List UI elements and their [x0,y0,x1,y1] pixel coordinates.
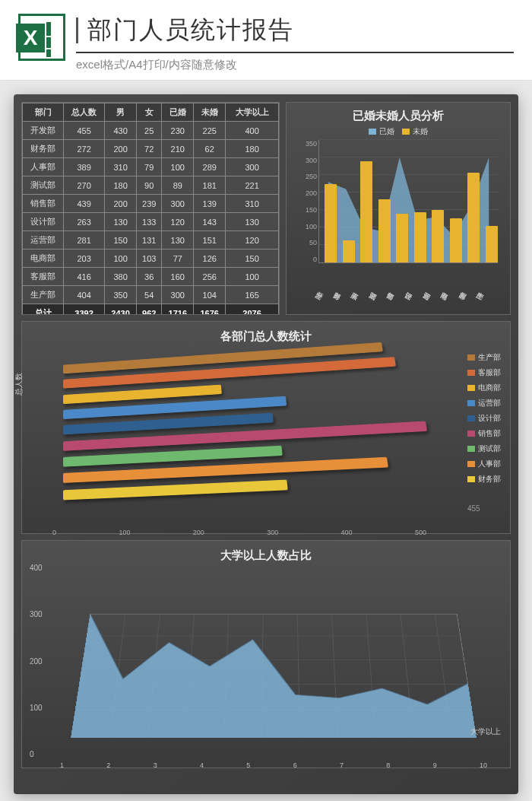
y-axis-label: 总人数 [14,373,24,396]
bar [467,173,480,262]
chart-title: 各部门总人数统计 [33,329,499,344]
col-header: 已婚 [162,103,194,122]
chart-title: 大学以上人数占比 [33,548,499,563]
legend-item: 生产部 [467,352,501,363]
header-banner: X 部门人员统计报告 excel格式/A4打印/内容随意修改 [0,0,532,81]
col-header: 男 [105,103,137,122]
table-row: 财务部2722007221062180 [23,140,279,158]
series-label: 大学以上 [470,726,501,737]
data-table: 部门总人数男女已婚未婚大学以上开发部45543025230225400财务部27… [21,102,280,315]
page-subtitle: excel格式/A4打印/内容随意修改 [76,53,514,72]
excel-x-badge: X [16,24,45,52]
col-header: 未婚 [194,103,226,122]
legend-item: 设计部 [467,413,501,424]
chart-legend: 已婚 未婚 [293,126,504,137]
bar [378,199,391,262]
chart-title: 已婚未婚人员分析 [293,109,504,123]
page-title: 部门人员统计报告 [87,14,294,47]
table-row: 客服部41638036160256100 [23,268,279,286]
legend-item: 测试部 [467,443,501,454]
bar [396,214,408,262]
legend-item: 财务部 [467,474,501,485]
col-header: 女 [137,103,162,122]
legend-item: 运营部 [467,398,501,408]
bar [360,161,372,262]
marriage-chart: 已婚未婚人员分析 已婚 未婚 050100150200250300350 开发部… [286,102,511,315]
table-row: 设计部263130133120143130 [23,213,279,231]
total-count-chart: 各部门总人数统计 总人数 生产部客服部电商部运营部设计部销售部测试部人事部财务部… [21,321,511,534]
hbar [63,479,288,500]
bar [325,184,337,263]
col-header: 大学以上 [226,103,279,122]
table-row: 生产部40435054300104165 [23,286,279,304]
table-row: 人事部38931079100289300 [23,158,279,176]
table-row: 测试部2701809089181221 [23,176,279,195]
col-header: 部门 [23,103,64,122]
legend-item: 客服部 [467,367,501,378]
legend-unmarried: 未婚 [413,126,428,137]
bar [343,240,355,262]
legend-married: 已婚 [379,126,394,137]
bar [414,212,426,262]
table-row: 开发部45543025230225400 [23,122,279,140]
col-header: 总人数 [64,103,105,122]
bar [450,218,462,262]
bar [486,226,498,262]
table-row: 销售部439200239300139310 [23,195,279,213]
degree-chart: 大学以上人数占比 0100200300400 12345678910 大学以上 [21,540,511,768]
legend-item: 销售部 [467,428,501,439]
svg-marker-1 [71,614,477,738]
spreadsheet-preview: 部门总人数男女已婚未婚大学以上开发部45543025230225400财务部27… [14,94,518,794]
legend-item: 人事部 [467,459,501,469]
excel-icon: X [18,14,65,61]
legend-item: 电商部 [467,383,501,393]
table-total-row: 总计33922430962171616762076 [23,304,279,316]
table-row: 运营部281150131130151120 [23,231,279,250]
table-row: 电商部20310010377126150 [23,250,279,268]
bar [432,210,444,262]
